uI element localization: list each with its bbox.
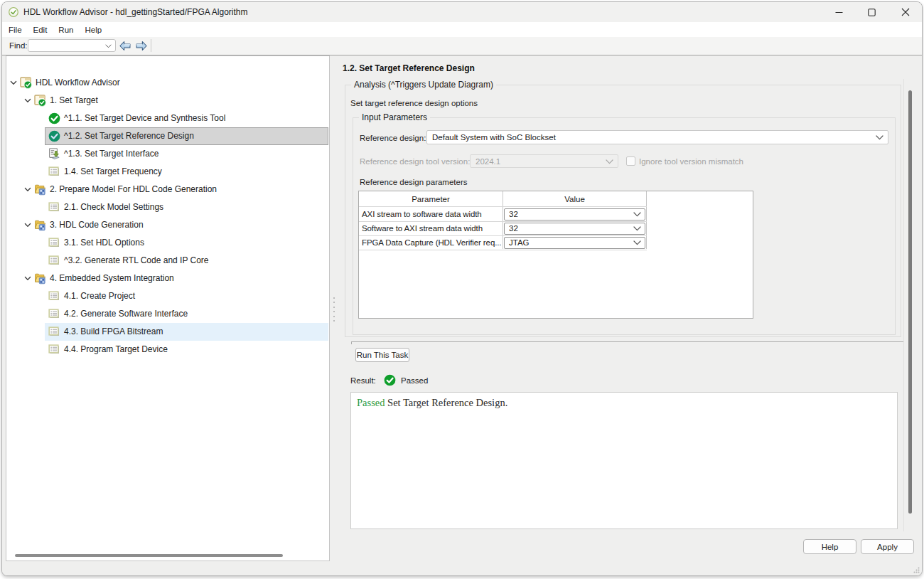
menu-edit[interactable]: Edit (32, 26, 49, 34)
chevron-down-icon[interactable] (24, 222, 31, 228)
chevron-down-icon[interactable] (24, 97, 31, 104)
result-passed-icon (384, 374, 396, 386)
reference-design-parameters-table: Parameter Value AXI stream to software d… (358, 191, 753, 319)
find-next-button[interactable] (135, 41, 148, 51)
tree-item-2-1-check-model-settings[interactable]: 2.1. Check Model Settings (6, 198, 329, 216)
menu-help[interactable]: Help (83, 26, 103, 34)
window-title: HDL Workflow Advisor - hdl_gettingStarte… (23, 2, 247, 22)
chevron-down-icon[interactable] (24, 275, 31, 282)
ignore-tool-version-checkbox[interactable] (626, 156, 635, 166)
value-select-value: JTAG (509, 238, 530, 248)
chevron-down-icon (876, 135, 883, 140)
tree-item-label: ^1.1. Set Target Device and Synthesis To… (64, 110, 225, 127)
tree-item-4-3-build-fpga-bitstream[interactable]: 4.3. Build FPGA Bitstream (6, 323, 329, 341)
run-this-task-button[interactable]: Run This Task (355, 348, 409, 362)
menu-file[interactable]: File (7, 26, 23, 34)
horizontal-scrollbar[interactable] (15, 554, 283, 557)
find-input[interactable] (28, 39, 116, 52)
tree-item-4-1-create-project[interactable]: 4.1. Create Project (6, 287, 329, 305)
minimize-button[interactable] (827, 2, 851, 22)
analysis-groupbox-label: Analysis (^Triggers Update Diagram) (351, 80, 496, 90)
tree-item-3-hdl-code-generation[interactable]: 3. HDL Code Generation (6, 216, 329, 234)
tree-item-hdl-workflow-advisor[interactable]: HDL Workflow Advisor (6, 74, 329, 92)
toolbar-separator (151, 39, 151, 52)
tree-item-2-prepare-model-for-hdl-code-generation[interactable]: 2. Prepare Model For HDL Code Generation (6, 181, 329, 198)
tree-item-label: 2.1. Check Model Settings (64, 198, 163, 216)
task-list-icon (48, 237, 60, 249)
task-list-icon (48, 255, 60, 267)
tree-item-1-4-set-target-frequency[interactable]: 1.4. Set Target Frequency (6, 163, 329, 181)
ignore-tool-version-label: Ignore tool version mismatch (639, 157, 743, 166)
output-status: Passed (357, 397, 385, 408)
table-header-value: Value (503, 191, 647, 207)
screen: HDL Workflow Advisor - hdl_gettingStarte… (0, 0, 924, 579)
tree-item-label: ^3.2. Generate RTL Code and IP Core (64, 252, 209, 270)
tree-item-3-1-set-hdl-options[interactable]: 3.1. Set HDL Options (6, 234, 329, 252)
value-select[interactable]: 32 (504, 208, 645, 221)
tree-item-1-set-target[interactable]: 1. Set Target (6, 92, 329, 110)
chevron-down-icon[interactable] (24, 186, 31, 193)
tree-item-label: 1. Set Target (50, 92, 98, 110)
result-value: Passed (401, 376, 428, 385)
task-output-message[interactable]: Passed Set Target Reference Design. (350, 392, 898, 529)
close-icon (901, 8, 910, 16)
reference-design-label: Reference design: (360, 134, 426, 142)
resize-grip[interactable] (913, 567, 920, 573)
title-bar[interactable]: HDL Workflow Advisor - hdl_gettingStarte… (2, 2, 922, 22)
close-button[interactable] (893, 2, 918, 22)
maximize-button[interactable] (859, 2, 883, 22)
help-button[interactable]: Help (803, 539, 856, 554)
tree-item-4-embedded-system-integration[interactable]: 4. Embedded System Integration (6, 270, 329, 287)
folder-gear-icon (34, 184, 46, 196)
tree-item-1-3-set-target-interface[interactable]: ^1.3. Set Target Interface (6, 145, 329, 163)
tree-item-4-2-generate-software-interface[interactable]: 4.2. Generate Software Interface (6, 305, 329, 323)
vertical-scrollbar[interactable] (908, 90, 912, 514)
advisor-check-icon (34, 95, 46, 107)
tree-item-label: ^1.3. Set Target Interface (64, 145, 159, 163)
tree-item-3-2-generate-rtl-code-and-ip-core[interactable]: ^3.2. Generate RTL Code and IP Core (6, 252, 329, 270)
tree-item-1-2-set-target-reference-design[interactable]: ^1.2. Set Target Reference Design (6, 127, 329, 145)
chevron-down-icon (633, 240, 641, 245)
tree-item-label: 4. Embedded System Integration (50, 270, 174, 287)
check-teal-icon (48, 130, 60, 142)
tree-item-4-4-program-target-device[interactable]: 4.4. Program Target Device (6, 341, 329, 358)
find-label: Find: (9, 37, 28, 55)
tree-item-label: 4.4. Program Target Device (64, 341, 168, 358)
hdl-workflow-advisor-window: HDL Workflow Advisor - hdl_gettingStarte… (1, 1, 923, 576)
tree-item-label: 4.1. Create Project (64, 287, 135, 305)
value-select[interactable]: 32 (504, 223, 645, 235)
chevron-down-icon[interactable] (10, 80, 17, 86)
output-message: Set Target Reference Design. (385, 397, 507, 408)
tree-item-1-1-set-target-device-and-synthesis-tool[interactable]: ^1.1. Set Target Device and Synthesis To… (6, 110, 329, 127)
task-list-icon (48, 308, 60, 320)
minimize-icon (835, 9, 843, 16)
folder-gear-icon (34, 272, 46, 285)
maximize-icon (868, 9, 876, 16)
chevron-down-icon (633, 212, 641, 217)
value-select[interactable]: JTAG (504, 237, 645, 249)
tool-version-label: Reference design tool version: (360, 157, 470, 166)
task-title: 1.2. Set Target Reference Design (343, 63, 475, 73)
reference-design-select[interactable]: Default System with SoC Blockset (426, 130, 888, 144)
value-select-value: 32 (509, 209, 518, 220)
result-label: Result: (350, 376, 376, 385)
chevron-down-icon (105, 44, 112, 48)
task-list-icon (48, 201, 60, 213)
find-previous-button[interactable] (119, 41, 131, 51)
check-green-icon (48, 112, 60, 124)
chevron-down-icon (606, 159, 613, 164)
tool-version-select[interactable]: 2024.1 (470, 154, 618, 168)
reference-design-value: Default System with SoC Blockset (432, 131, 556, 144)
menu-run[interactable]: Run (57, 26, 75, 34)
task-panel: 1.2. Set Target Reference Design Analysi… (331, 55, 922, 575)
reference-design-parameters-label: Reference design parameters (360, 178, 468, 186)
app-icon (9, 7, 18, 17)
input-parameters-groupbox-label: Input Parameters (359, 112, 430, 122)
tree-item-label: 1.4. Set Target Frequency (64, 163, 162, 181)
tree-item-label: 3. HDL Code Generation (50, 216, 144, 234)
value-select-value: 32 (509, 223, 518, 234)
param-cell: AXI stream to software data width (359, 207, 503, 221)
section-separator (351, 341, 904, 342)
apply-button[interactable]: Apply (861, 539, 914, 554)
param-cell: FPGA Data Capture (HDL Verifier req... (359, 235, 503, 250)
